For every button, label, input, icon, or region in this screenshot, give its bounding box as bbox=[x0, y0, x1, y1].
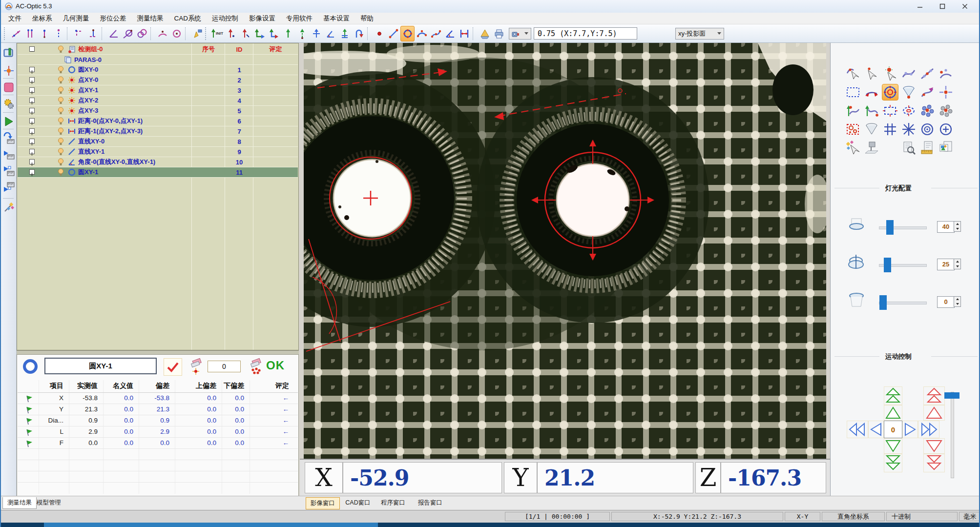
cluster-blue-icon[interactable] bbox=[919, 102, 936, 119]
expand-icon[interactable] bbox=[29, 108, 35, 113]
select-curve-icon[interactable] bbox=[845, 65, 861, 82]
tolerance-input[interactable] bbox=[208, 361, 241, 372]
menu-special-software[interactable]: 专用软件 bbox=[281, 13, 318, 24]
star-asterisk-icon[interactable] bbox=[900, 121, 917, 138]
tab-cad-window[interactable]: CAD窗口 bbox=[341, 497, 375, 508]
curve-points-icon[interactable] bbox=[900, 65, 917, 82]
maximize-button[interactable] bbox=[931, 0, 954, 13]
teach-wand-icon[interactable] bbox=[2, 201, 15, 214]
grid-hash-icon[interactable] bbox=[882, 121, 898, 138]
jog-x-minus-fast-button[interactable] bbox=[847, 421, 868, 438]
light-slider-track-3[interactable] bbox=[879, 302, 927, 304]
bulb-icon[interactable] bbox=[58, 86, 64, 96]
menu-image-settings[interactable]: 影像设置 bbox=[244, 13, 281, 24]
expand-icon[interactable] bbox=[29, 149, 35, 154]
tab-image-window[interactable]: 影像窗口 bbox=[306, 497, 340, 509]
run-button[interactable] bbox=[2, 115, 15, 128]
line-capture-icon[interactable] bbox=[386, 26, 400, 41]
light-slider-thumb-1[interactable] bbox=[886, 220, 894, 235]
menu-file[interactable]: 文件 bbox=[3, 13, 27, 24]
point-cross-icon[interactable] bbox=[938, 84, 954, 101]
axis-corner-icon[interactable] bbox=[252, 26, 267, 41]
program-book-icon[interactable] bbox=[2, 47, 15, 60]
jog-y-minus-button[interactable] bbox=[884, 438, 902, 454]
light-value-1[interactable]: 40 bbox=[937, 221, 955, 233]
axis-uturn-icon[interactable] bbox=[352, 26, 366, 41]
select-arrow-icon[interactable] bbox=[863, 65, 880, 82]
bulb-icon[interactable] bbox=[58, 148, 64, 158]
tree-row[interactable]: 圆XY-0 1 bbox=[18, 65, 298, 75]
spin-down-icon[interactable] bbox=[956, 303, 959, 305]
bulb-icon[interactable] bbox=[58, 168, 64, 178]
ok-button[interactable]: OK bbox=[266, 359, 285, 372]
doc-search-icon[interactable] bbox=[900, 140, 917, 156]
camera-view[interactable] bbox=[304, 43, 826, 459]
expand-icon[interactable] bbox=[29, 87, 35, 93]
bulb-icon[interactable] bbox=[58, 138, 64, 147]
axis-up-dot-icon[interactable] bbox=[295, 26, 309, 41]
arc-span-icon[interactable] bbox=[863, 84, 880, 101]
region-sample-icon[interactable] bbox=[845, 121, 861, 138]
expand-icon[interactable] bbox=[29, 77, 35, 82]
tree-row[interactable]: 直线XY-1 9 bbox=[18, 147, 298, 157]
probe-center-icon[interactable] bbox=[2, 64, 15, 77]
status-plane[interactable]: X-Y bbox=[785, 512, 820, 521]
minimize-button[interactable] bbox=[909, 0, 931, 13]
cone-tool-icon[interactable] bbox=[900, 84, 917, 101]
jog-z-minus-button[interactable] bbox=[923, 438, 945, 454]
expand-icon[interactable] bbox=[29, 159, 35, 164]
menu-motion-control[interactable]: 运动控制 bbox=[207, 13, 244, 24]
bulb-icon[interactable] bbox=[58, 127, 64, 137]
speed-slider-thumb[interactable] bbox=[944, 392, 959, 399]
menu-form-tolerance[interactable]: 形位公差 bbox=[95, 13, 132, 24]
line-points-icon[interactable] bbox=[919, 65, 936, 82]
status-numeral-system[interactable]: 十进制 bbox=[886, 512, 958, 521]
light-slider-thumb-2[interactable] bbox=[884, 258, 891, 272]
jog-y-plus-fast-button[interactable] bbox=[884, 386, 902, 405]
tree-row[interactable]: 点XY-1 3 bbox=[18, 85, 298, 96]
light-value-2[interactable]: 25 bbox=[937, 259, 955, 270]
camera-select-combo[interactable] bbox=[509, 28, 531, 40]
axis-up-green-icon[interactable] bbox=[281, 26, 295, 41]
speed-slider-track[interactable] bbox=[951, 392, 954, 478]
spin-up-icon[interactable] bbox=[956, 223, 959, 225]
jog-x-plus-fast-button[interactable] bbox=[918, 421, 939, 438]
goto-start-icon[interactable] bbox=[2, 165, 15, 178]
menu-basic-settings[interactable]: 基本设置 bbox=[318, 13, 355, 24]
menu-help[interactable]: 帮助 bbox=[355, 13, 379, 24]
width-capture-icon[interactable] bbox=[457, 26, 471, 41]
delete-points-button[interactable] bbox=[248, 357, 263, 376]
circle-plus-icon[interactable] bbox=[938, 121, 954, 138]
jog-y-plus-button[interactable] bbox=[884, 405, 902, 421]
cluster-gray-icon[interactable] bbox=[938, 102, 954, 119]
jog-z-plus-fast-button[interactable] bbox=[923, 386, 945, 405]
tree-row[interactable]: 点XY-0 2 bbox=[18, 75, 298, 85]
light-spinner-1[interactable] bbox=[954, 221, 961, 232]
tree-row[interactable]: 点XY-2 4 bbox=[18, 96, 298, 106]
menu-coordinate-system[interactable]: 坐标系 bbox=[27, 13, 58, 24]
tree-row[interactable]: 距离-1(点XY-2,点XY-3) 7 bbox=[18, 126, 298, 137]
concentric-circles-icon[interactable] bbox=[919, 121, 936, 138]
light-slider-track-1[interactable] bbox=[879, 226, 927, 229]
loop-measure-icon[interactable] bbox=[2, 132, 15, 145]
axis-cross-ticks-icon[interactable] bbox=[337, 26, 352, 41]
tree-header-row[interactable]: 检测组-0 序号 ID 评定 bbox=[18, 44, 298, 55]
menu-measure-results[interactable]: 测量结果 bbox=[132, 13, 169, 24]
construct-line-icon[interactable] bbox=[9, 26, 23, 41]
bulb-icon[interactable] bbox=[58, 45, 64, 55]
marquee-icon[interactable] bbox=[845, 84, 861, 101]
close-button[interactable] bbox=[954, 0, 976, 13]
arc-points-icon[interactable] bbox=[938, 65, 954, 82]
axis-perp-icon[interactable] bbox=[323, 26, 337, 41]
status-coord-system[interactable]: 直角坐标系 bbox=[822, 512, 885, 521]
feature-name-input[interactable] bbox=[44, 358, 157, 374]
spin-up-icon[interactable] bbox=[956, 298, 959, 300]
tree-row-selected[interactable]: 圆XY-1 11 bbox=[18, 167, 298, 178]
spline-capture-icon[interactable] bbox=[429, 26, 443, 41]
jog-z-minus-fast-button[interactable] bbox=[923, 454, 945, 472]
doc-image-icon[interactable] bbox=[938, 140, 954, 156]
tree-row[interactable]: 直线XY-0 8 bbox=[18, 137, 298, 147]
confirm-button[interactable] bbox=[164, 358, 182, 376]
circle-capture-button[interactable] bbox=[400, 26, 415, 41]
expand-icon[interactable] bbox=[29, 169, 35, 175]
